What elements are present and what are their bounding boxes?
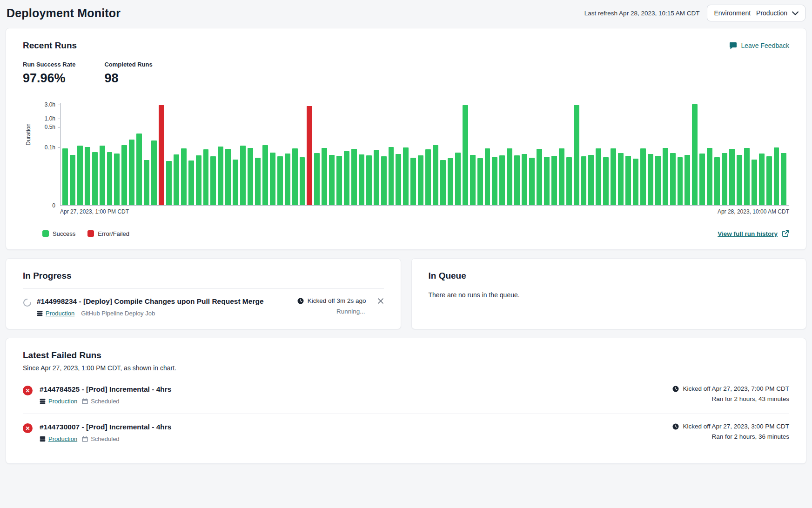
- chart-bar-success[interactable]: [678, 157, 683, 205]
- chart-bar-success[interactable]: [92, 152, 98, 205]
- chart-bar-success[interactable]: [448, 158, 453, 205]
- chart-bar-success[interactable]: [121, 145, 127, 205]
- chart-bar-failed[interactable]: [307, 106, 312, 205]
- chart-bar-success[interactable]: [640, 148, 646, 205]
- chart-bar-success[interactable]: [625, 156, 631, 205]
- chart-bar-success[interactable]: [374, 150, 379, 205]
- chart-bar-success[interactable]: [699, 154, 705, 205]
- chart-bar-success[interactable]: [166, 161, 172, 205]
- chart-bar-success[interactable]: [499, 155, 505, 205]
- leave-feedback-link[interactable]: Leave Feedback: [729, 42, 789, 49]
- chart-bar-success[interactable]: [255, 158, 261, 205]
- chart-bar-success[interactable]: [136, 134, 142, 205]
- chart-bar-success[interactable]: [514, 155, 520, 205]
- chart-bar-success[interactable]: [114, 154, 120, 205]
- chart-bar-success[interactable]: [240, 146, 246, 205]
- chart-bar-success[interactable]: [744, 148, 750, 205]
- chart-bar-success[interactable]: [351, 149, 357, 205]
- chart-bar-success[interactable]: [737, 155, 742, 205]
- chart-bar-success[interactable]: [581, 156, 587, 205]
- chart-bar-success[interactable]: [218, 147, 223, 205]
- chart-bar-success[interactable]: [277, 156, 283, 205]
- in-progress-environment-link[interactable]: Production: [37, 310, 74, 317]
- chart-bar-success[interactable]: [329, 155, 335, 205]
- chart-bar-success[interactable]: [188, 160, 194, 205]
- chart-bar-success[interactable]: [144, 160, 149, 205]
- chart-bar-success[interactable]: [477, 158, 483, 205]
- chart-bar-success[interactable]: [729, 149, 735, 205]
- chart-bar-success[interactable]: [233, 160, 238, 205]
- chart-bar-success[interactable]: [107, 152, 113, 205]
- chart-bar-success[interactable]: [455, 153, 461, 205]
- chart-bar-success[interactable]: [752, 160, 757, 205]
- view-full-run-history-link[interactable]: View full run history: [718, 230, 789, 237]
- chart-bar-success[interactable]: [544, 157, 550, 205]
- failed-run-title[interactable]: #144784525 - [Prod] Incremental - 4hrs: [40, 385, 672, 394]
- chart-bar-success[interactable]: [663, 148, 668, 205]
- chart-bar-success[interactable]: [196, 155, 201, 205]
- chart-bar-success[interactable]: [529, 158, 535, 205]
- failed-run-title[interactable]: #144730007 - [Prod] Incremental - 4hrs: [40, 423, 672, 431]
- chart-bar-success[interactable]: [507, 148, 512, 205]
- chart-bar-success[interactable]: [766, 156, 772, 205]
- chart-bar-success[interactable]: [129, 140, 134, 205]
- failed-run-environment-link[interactable]: Production: [40, 435, 77, 442]
- chart-bar-success[interactable]: [588, 155, 594, 205]
- chart-bar-success[interactable]: [248, 148, 253, 205]
- chart-bar-success[interactable]: [425, 149, 431, 205]
- chart-bar-success[interactable]: [596, 148, 601, 205]
- chart-bar-success[interactable]: [603, 157, 609, 205]
- chart-bar-success[interactable]: [574, 105, 579, 205]
- chart-bar-success[interactable]: [100, 146, 105, 205]
- chart-bar-success[interactable]: [344, 151, 349, 205]
- chart-bar-success[interactable]: [633, 159, 638, 205]
- chart-bar-success[interactable]: [403, 147, 409, 205]
- chart-bar-success[interactable]: [336, 156, 342, 205]
- chart-bar-success[interactable]: [77, 146, 83, 205]
- chart-bar-success[interactable]: [85, 147, 90, 205]
- chart-bar-success[interactable]: [210, 156, 216, 205]
- chart-bar-success[interactable]: [366, 155, 372, 205]
- chart-bar-success[interactable]: [714, 157, 720, 205]
- chart-bar-success[interactable]: [537, 149, 542, 205]
- chart-bar-success[interactable]: [203, 149, 209, 205]
- chart-bar-success[interactable]: [225, 149, 231, 205]
- chart-bar-success[interactable]: [389, 147, 394, 205]
- chart-bar-success[interactable]: [270, 153, 275, 205]
- chart-bar-failed[interactable]: [159, 105, 164, 205]
- chart-bar-success[interactable]: [292, 148, 298, 205]
- chart-bar-success[interactable]: [359, 154, 364, 205]
- chart-bar-success[interactable]: [655, 156, 661, 205]
- chart-bar-success[interactable]: [62, 148, 68, 205]
- chart-bar-success[interactable]: [151, 140, 157, 205]
- chart-bar-success[interactable]: [433, 145, 438, 205]
- chart-bar-success[interactable]: [684, 155, 690, 205]
- chart-bar-success[interactable]: [522, 154, 527, 205]
- chart-bar-success[interactable]: [759, 154, 765, 205]
- chart-bar-success[interactable]: [396, 154, 401, 205]
- chart-bar-success[interactable]: [722, 153, 727, 205]
- chart-bar-success[interactable]: [692, 104, 698, 205]
- chart-bar-success[interactable]: [174, 154, 179, 205]
- chart-bar-success[interactable]: [440, 160, 446, 205]
- chart-bar-success[interactable]: [774, 147, 779, 205]
- chart-bar-success[interactable]: [611, 148, 616, 205]
- chart-bar-success[interactable]: [300, 157, 305, 205]
- chart-bar-success[interactable]: [410, 158, 416, 205]
- chart-bar-success[interactable]: [314, 153, 320, 205]
- chart-bar-success[interactable]: [618, 153, 624, 205]
- chart-bar-success[interactable]: [485, 148, 490, 205]
- chart-bar-success[interactable]: [492, 157, 497, 205]
- chart-bar-success[interactable]: [648, 154, 653, 205]
- in-progress-run-title[interactable]: #144998234 - [Deploy] Compile Changes up…: [37, 297, 297, 306]
- chart-bar-success[interactable]: [418, 155, 423, 205]
- chart-bar-success[interactable]: [322, 148, 327, 205]
- chart-bar-success[interactable]: [781, 153, 786, 205]
- chart-bar-success[interactable]: [670, 153, 676, 205]
- chart-bar-success[interactable]: [559, 148, 564, 205]
- chart-bar-success[interactable]: [551, 156, 557, 205]
- chart-bar-success[interactable]: [707, 148, 712, 205]
- chart-bar-success[interactable]: [381, 156, 387, 205]
- chart-bar-success[interactable]: [181, 148, 187, 205]
- chart-bar-success[interactable]: [262, 145, 268, 205]
